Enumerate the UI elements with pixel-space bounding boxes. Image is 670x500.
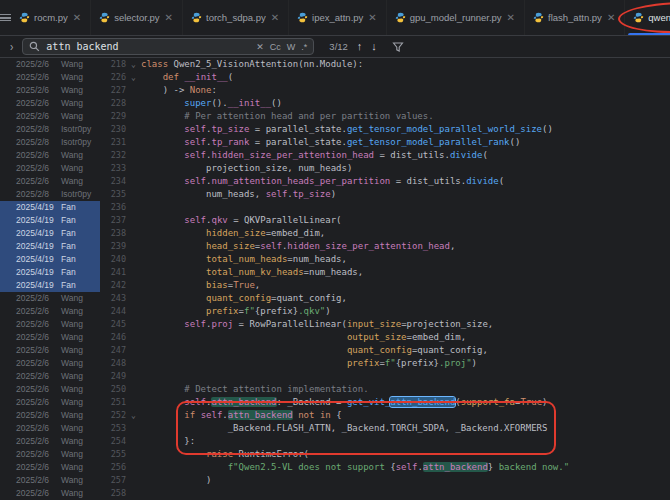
next-match-icon[interactable]: ↓	[371, 41, 377, 52]
line-number[interactable]: 254	[100, 435, 126, 448]
tab-close-icon[interactable]: ✕	[367, 12, 377, 24]
expand-replace-chevron-icon[interactable]: ›	[10, 40, 13, 53]
git-blame-annotation[interactable]: 2025/2/6Wang	[0, 383, 100, 396]
tab-torch_sdpa-py[interactable]: torch_sdpa.py✕	[183, 0, 289, 35]
line-number[interactable]: 246	[100, 331, 126, 344]
fold-chevron-icon[interactable]: ⌄	[126, 71, 141, 84]
line-number[interactable]: 247	[100, 344, 126, 357]
git-blame-annotation[interactable]: 2025/2/6Wang	[0, 305, 100, 318]
line-number[interactable]: 218	[100, 58, 126, 71]
git-blame-annotation[interactable]: 2025/4/19Fan	[0, 214, 100, 227]
whole-words-toggle[interactable]: W	[287, 42, 296, 52]
git-blame-annotation[interactable]: 2025/2/6Wang	[0, 292, 100, 305]
git-blame-annotation[interactable]: 2025/2/8Isotr0py	[0, 188, 100, 201]
regex-toggle[interactable]: .*	[301, 42, 307, 52]
code-line[interactable]: prefix=f"{prefix}.qkv")	[141, 305, 670, 318]
code-line[interactable]: ) -> None:	[141, 84, 670, 97]
git-blame-annotation[interactable]: 2025/2/8Isotr0py	[0, 136, 100, 149]
code-line[interactable]: self.tp_size = parallel_state.get_tensor…	[141, 123, 670, 136]
code-line[interactable]: class Qwen2_5_VisionAttention(nn.Module)…	[141, 58, 670, 71]
tab-ipex_attn-py[interactable]: ipex_attn.py✕	[289, 0, 387, 35]
code-line[interactable]	[141, 487, 670, 500]
tab-close-icon[interactable]: ✕	[606, 12, 616, 24]
fold-chevron-icon[interactable]: ⌄	[126, 409, 141, 422]
git-blame-annotation[interactable]: 2025/4/19Fan	[0, 279, 100, 292]
find-input[interactable]	[46, 41, 250, 52]
match-case-toggle[interactable]: Cc	[270, 42, 281, 52]
line-number[interactable]: 248	[100, 357, 126, 370]
git-blame-annotation[interactable]: 2025/2/6Wang	[0, 110, 100, 123]
git-blame-annotation[interactable]: 2025/2/6Wang	[0, 474, 100, 487]
tab-selector-py[interactable]: selector.py✕	[91, 0, 183, 35]
fold-chevron-icon[interactable]: ⌄	[126, 58, 141, 71]
git-blame-annotation[interactable]: 2025/4/19Fan	[0, 266, 100, 279]
line-number[interactable]: 255	[100, 448, 126, 461]
line-number[interactable]: 245	[100, 318, 126, 331]
code-line[interactable]: )	[141, 474, 670, 487]
previous-match-icon[interactable]: ↑	[357, 41, 363, 52]
line-number[interactable]: 242	[100, 279, 126, 292]
line-number[interactable]: 240	[100, 253, 126, 266]
code-line[interactable]: projection_size, num_heads)	[141, 162, 670, 175]
line-number[interactable]: 227	[100, 84, 126, 97]
git-blame-annotation[interactable]: 2025/2/6Wang	[0, 58, 100, 71]
line-number[interactable]: 234	[100, 175, 126, 188]
line-number[interactable]: 251	[100, 396, 126, 409]
tab-qwen2_5_vl-py[interactable]: qwen2_5_vl.py✕	[625, 0, 670, 35]
line-number[interactable]: 239	[100, 240, 126, 253]
code-line[interactable]: num_heads, self.tp_size)	[141, 188, 670, 201]
tab-close-icon[interactable]: ✕	[164, 12, 174, 24]
code-line[interactable]: hidden_size=embed_dim,	[141, 227, 670, 240]
line-number[interactable]: 226	[100, 71, 126, 84]
code-line[interactable]	[141, 370, 670, 383]
code-line[interactable]: bias=True,	[141, 279, 670, 292]
tab-gpu_model_runner-py[interactable]: gpu_model_runner.py✕	[387, 0, 525, 35]
line-number[interactable]: 243	[100, 292, 126, 305]
line-number[interactable]: 233	[100, 162, 126, 175]
git-blame-annotation[interactable]: 2025/2/6Wang	[0, 435, 100, 448]
code-editor[interactable]: 2025/2/6Wang218⌄class Qwen2_5_VisionAtte…	[0, 58, 670, 500]
git-blame-annotation[interactable]: 2025/2/6Wang	[0, 461, 100, 474]
code-line[interactable]: self.num_attention_heads_per_partition =…	[141, 175, 670, 188]
line-number[interactable]: 228	[100, 97, 126, 110]
git-blame-annotation[interactable]: 2025/4/19Fan	[0, 240, 100, 253]
line-number[interactable]: 231	[100, 136, 126, 149]
line-number[interactable]: 249	[100, 370, 126, 383]
git-blame-annotation[interactable]: 2025/2/6Wang	[0, 175, 100, 188]
code-line[interactable]: head_size=self.hidden_size_per_attention…	[141, 240, 670, 253]
tab-close-icon[interactable]: ✕	[72, 12, 82, 24]
line-number[interactable]: 241	[100, 266, 126, 279]
git-blame-annotation[interactable]: 2025/2/6Wang	[0, 84, 100, 97]
line-number[interactable]: 253	[100, 422, 126, 435]
git-blame-annotation[interactable]: 2025/2/6Wang	[0, 318, 100, 331]
git-blame-annotation[interactable]: 2025/2/8Isotr0py	[0, 123, 100, 136]
code-line[interactable]: super().__init__()	[141, 97, 670, 110]
clear-search-icon[interactable]: ✕	[256, 42, 264, 52]
filter-icon[interactable]	[392, 41, 404, 53]
line-number[interactable]: 244	[100, 305, 126, 318]
line-number[interactable]: 258	[100, 487, 126, 500]
line-number[interactable]: 256	[100, 461, 126, 474]
code-line[interactable]: self.qkv = QKVParallelLinear(	[141, 214, 670, 227]
line-number[interactable]: 250	[100, 383, 126, 396]
code-line[interactable]: def __init__(	[141, 71, 670, 84]
git-blame-annotation[interactable]: 2025/2/6Wang	[0, 357, 100, 370]
search-field[interactable]: ✕ Cc W .*	[22, 38, 314, 55]
code-line[interactable]: output_size=embed_dim,	[141, 331, 670, 344]
git-blame-annotation[interactable]: 2025/2/6Wang	[0, 331, 100, 344]
code-line[interactable]: self.attn_backend: _Backend = get_vit_at…	[141, 396, 670, 409]
code-line[interactable]: quant_config=quant_config,	[141, 292, 670, 305]
tab-close-icon[interactable]: ✕	[506, 12, 516, 24]
code-line[interactable]: # Detect attention implementation.	[141, 383, 670, 396]
code-line[interactable]: _Backend.FLASH_ATTN, _Backend.TORCH_SDPA…	[141, 422, 670, 435]
code-line[interactable]: total_num_kv_heads=num_heads,	[141, 266, 670, 279]
git-blame-annotation[interactable]: 2025/2/6Wang	[0, 487, 100, 500]
code-line[interactable]: prefix=f"{prefix}.proj")	[141, 357, 670, 370]
line-number[interactable]: 232	[100, 149, 126, 162]
tab-close-icon[interactable]: ✕	[270, 12, 280, 24]
line-number[interactable]: 235	[100, 188, 126, 201]
code-line[interactable]: self.hidden_size_per_attention_head = di…	[141, 149, 670, 162]
code-line[interactable]	[141, 201, 670, 214]
code-line[interactable]: quant_config=quant_config,	[141, 344, 670, 357]
line-number[interactable]: 229	[100, 110, 126, 123]
